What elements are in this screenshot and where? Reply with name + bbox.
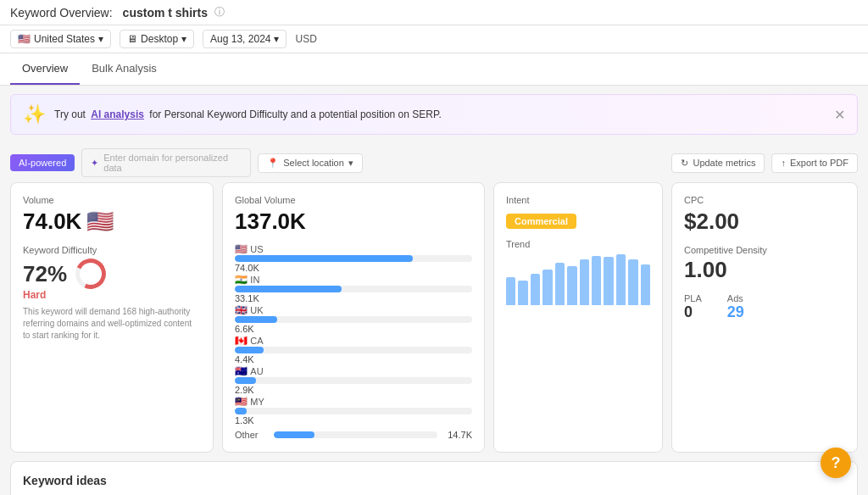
country-bars: 🇺🇸 US 74.0K 🇮🇳 IN 33.1K 🇬🇧 UK 6.6K 🇨🇦 CA… (235, 243, 472, 440)
location-label: Select location (283, 158, 344, 168)
right-buttons: ↻ Update metrics ↑ Export to PDF (671, 153, 858, 173)
tab-bulk-analysis[interactable]: Bulk Analysis (80, 53, 169, 85)
country-bar-value: 6.6K (235, 324, 254, 334)
trend-bar (641, 264, 650, 305)
export-pdf-button[interactable]: ↑ Export to PDF (771, 153, 858, 173)
global-volume-card: Global Volume 137.0K 🇺🇸 US 74.0K 🇮🇳 IN 3… (222, 182, 485, 453)
page-title-prefix: Keyword Overview: (10, 6, 113, 19)
country-code: US (250, 244, 263, 254)
plus-icon: ✦ (91, 158, 98, 169)
chevron-down-icon: ▾ (348, 158, 353, 169)
chevron-icon: ▾ (181, 33, 186, 45)
page-title-keyword: custom t shirts (123, 6, 208, 19)
date-label: Aug 13, 2024 (210, 33, 270, 45)
tab-overview[interactable]: Overview (10, 53, 80, 85)
country-row: 🇦🇺 AU 2.9K (235, 365, 472, 396)
ai-powered-button[interactable]: AI-powered (10, 154, 75, 171)
domain-input-container[interactable]: ✦ Enter domain for personalized data (81, 148, 251, 177)
filter-bar: 🇺🇸 United States ▾ 🖥 Desktop ▾ Aug 13, 2… (0, 25, 868, 53)
intent-trend-card: Intent Commercial Trend (493, 182, 663, 453)
device-filter[interactable]: 🖥 Desktop ▾ (120, 30, 194, 48)
global-volume-label: Global Volume (235, 195, 472, 205)
info-icon[interactable]: ⓘ (214, 5, 225, 19)
country-bar-fill (235, 316, 277, 323)
update-metrics-button[interactable]: ↻ Update metrics (671, 153, 765, 173)
country-bar-bg (235, 408, 472, 414)
trend-label: Trend (506, 239, 650, 249)
help-button[interactable]: ? (821, 448, 851, 478)
close-icon[interactable]: ✕ (834, 107, 845, 123)
currency-label: USD (295, 33, 316, 45)
intent-label: Intent (506, 195, 650, 205)
kd-hard-label: Hard (23, 289, 201, 301)
global-volume-value: 137.0K (235, 209, 472, 235)
country-flag-icon: 🇺🇸 (235, 243, 248, 255)
country-bar-value: 33.1K (235, 293, 259, 303)
country-bar-value: 2.9K (235, 385, 254, 395)
ai-banner: ✨ Try out AI analysis for Personal Keywo… (10, 94, 858, 135)
kd-section: Keyword Difficulty 72% Hard This keyword… (23, 245, 201, 342)
country-row: 🇲🇾 MY 1.3K (235, 396, 472, 426)
ai-sparkle-icon: ✨ (23, 103, 46, 125)
nav-tabs: Overview Bulk Analysis (0, 53, 868, 86)
country-flag-icon: 🇲🇾 (235, 396, 248, 408)
pla-value: 0 (684, 303, 702, 321)
comp-density-label: Competitive Density (684, 245, 845, 255)
other-label: Other (235, 430, 269, 440)
country-bar-bg (235, 316, 472, 323)
top-bar: Keyword Overview: custom t shirts ⓘ (0, 0, 868, 25)
country-bar-value: 1.3K (235, 415, 254, 425)
other-bar-fill (274, 431, 314, 438)
country-flag-icon: 🇨🇦 (235, 335, 248, 347)
ai-analysis-link[interactable]: AI analysis (91, 108, 144, 120)
metrics-grid: Volume 74.0K 🇺🇸 Keyword Difficulty 72% H… (0, 182, 868, 461)
intent-badge: Commercial (506, 209, 650, 229)
location-button[interactable]: 📍 Select location ▾ (258, 153, 363, 173)
date-filter[interactable]: Aug 13, 2024 ▾ (203, 30, 287, 48)
trend-bar (628, 259, 637, 305)
device-label: Desktop (141, 33, 178, 45)
volume-value: 74.0K 🇺🇸 (23, 209, 201, 235)
country-bar-fill (235, 255, 413, 262)
country-code: IN (250, 275, 259, 285)
country-bar-value: 74.0K (235, 263, 259, 273)
pla-ads-row: PLA 0 Ads 29 (684, 293, 845, 321)
domain-placeholder-text: Enter domain for personalized data (103, 153, 242, 173)
country-bar-bg (235, 347, 472, 353)
toolbar: AI-powered ✦ Enter domain for personaliz… (0, 143, 868, 182)
trend-bar (616, 254, 626, 305)
trend-bar (604, 257, 613, 305)
kd-value: 72% (23, 259, 201, 289)
chevron-icon: ▾ (274, 33, 279, 45)
volume-flag: 🇺🇸 (86, 209, 114, 235)
country-row: 🇺🇸 US 74.0K (235, 243, 472, 274)
cpc-value: $2.00 (684, 209, 845, 235)
kd-description: This keyword will demand 168 high-author… (23, 306, 201, 342)
trend-bar (580, 259, 589, 305)
keyword-ideas-section: Keyword ideas Keyword Variations 22.9K T… (10, 461, 858, 495)
refresh-icon: ↻ (681, 158, 688, 169)
pla-item: PLA 0 (684, 293, 702, 321)
country-bar-bg (235, 377, 472, 384)
volume-kd-card: Volume 74.0K 🇺🇸 Keyword Difficulty 72% H… (10, 182, 214, 453)
kd-donut-chart (71, 254, 110, 293)
country-filter[interactable]: 🇺🇸 United States ▾ (10, 30, 111, 48)
trend-bar (567, 266, 576, 305)
country-code: MY (250, 397, 264, 407)
trend-chart (506, 254, 650, 305)
country-code: AU (250, 366, 263, 376)
country-code: UK (250, 305, 263, 315)
country-bar-bg (235, 255, 472, 262)
trend-bar (531, 274, 540, 306)
ads-item: Ads 29 (727, 293, 744, 321)
trend-bar (592, 256, 601, 305)
ads-value: 29 (727, 303, 744, 321)
keyword-ideas-title: Keyword ideas (23, 474, 845, 487)
trend-bar (518, 281, 527, 305)
country-bar-fill (235, 377, 256, 384)
country-row: 🇬🇧 UK 6.6K (235, 304, 472, 335)
country-bar-fill (235, 286, 342, 292)
other-row: Other 14.7K (235, 430, 472, 440)
trend-bar (506, 277, 515, 305)
country-code: CA (250, 336, 263, 346)
